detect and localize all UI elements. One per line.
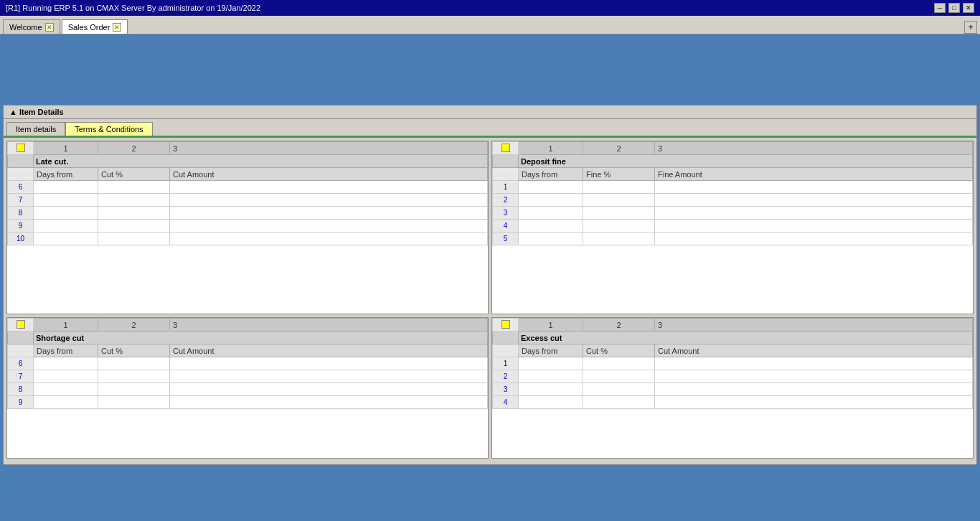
header-num <box>8 168 34 181</box>
bl-r1-c1[interactable] <box>34 357 98 370</box>
row-10-c2[interactable] <box>98 233 170 245</box>
tr-r4-c3[interactable] <box>655 220 973 233</box>
header-row-tr: Days from Fine % Fine Amount <box>493 168 973 181</box>
tr-r1-c2[interactable] <box>583 181 655 194</box>
row-9-c2[interactable] <box>98 220 170 233</box>
tr-r1-c1[interactable] <box>519 181 583 194</box>
minimize-button[interactable]: ─ <box>934 3 946 13</box>
br-r4-c3[interactable] <box>655 396 973 409</box>
grids-top-row: 1 2 3 Late cut. Days f <box>6 141 974 314</box>
title-num-bl <box>8 332 34 344</box>
br-r3-c3[interactable] <box>655 383 973 396</box>
tab-sales-order-close[interactable]: ✕ <box>113 23 121 32</box>
grid-excess-cut-scroll[interactable]: 1 2 3 Excess cut Days <box>492 318 973 458</box>
bl-r1-c3[interactable] <box>170 357 488 370</box>
tr-r1-c3[interactable] <box>655 181 973 194</box>
section-title-row-tr: Deposit fine <box>493 155 973 168</box>
row-10-c3[interactable] <box>170 233 488 245</box>
br-r1-c2[interactable] <box>583 357 655 370</box>
table-row: 4 <box>493 220 973 233</box>
tr-r3-c2[interactable] <box>583 207 655 220</box>
br-r3-c1[interactable] <box>519 383 583 396</box>
header-days-from-tr: Days from <box>519 168 583 181</box>
br-r2-c2[interactable] <box>583 370 655 383</box>
yellow-dot-bl <box>17 320 25 329</box>
tr-r5-c1[interactable] <box>519 233 583 245</box>
grids-area: 1 2 3 Late cut. Days f <box>4 138 976 464</box>
row-9-c1[interactable] <box>34 220 98 233</box>
tr-r2-c3[interactable] <box>655 194 973 207</box>
bl-r2-c1[interactable] <box>34 370 98 383</box>
section-title-row-bl: Shortage cut <box>8 332 488 344</box>
tr-r2-c1[interactable] <box>519 194 583 207</box>
br-r3-c2[interactable] <box>583 383 655 396</box>
bl-r1-c2[interactable] <box>98 357 170 370</box>
row-8-c2[interactable] <box>98 207 170 220</box>
table-shortage-cut: 1 2 3 Shortage cut Day <box>7 318 488 409</box>
bl-r2-c2[interactable] <box>98 370 170 383</box>
header-days-from-br: Days from <box>519 344 583 357</box>
bl-r4-c2[interactable] <box>98 396 170 409</box>
row-10-c1[interactable] <box>34 233 98 245</box>
bl-r4-c3[interactable] <box>170 396 488 409</box>
tr-r4-c2[interactable] <box>583 220 655 233</box>
row-7-c1[interactable] <box>34 194 98 207</box>
row-7-c2[interactable] <box>98 194 170 207</box>
bl-r3-c2[interactable] <box>98 383 170 396</box>
bl-r3-c1[interactable] <box>34 383 98 396</box>
br-r1-c3[interactable] <box>655 357 973 370</box>
tr-r4-c1[interactable] <box>519 220 583 233</box>
row-num-1-tr: 1 <box>493 181 519 194</box>
tr-r3-c3[interactable] <box>655 207 973 220</box>
row-num-10: 10 <box>8 233 34 245</box>
tab-add-button[interactable]: + <box>964 21 977 34</box>
row-6-c3[interactable] <box>170 181 488 194</box>
tab-welcome-close[interactable]: ✕ <box>45 23 54 32</box>
tab-bar: Welcome ✕ Sales Order ✕ + <box>0 16 980 34</box>
tab-sales-order[interactable]: Sales Order ✕ <box>62 19 128 34</box>
row-9-c3[interactable] <box>170 220 488 233</box>
br-r1-c1[interactable] <box>519 357 583 370</box>
tr-r3-c1[interactable] <box>519 207 583 220</box>
tab-welcome[interactable]: Welcome ✕ <box>3 19 60 34</box>
header-num-bl <box>8 344 34 357</box>
header-cut-amount-br: Cut Amount <box>655 344 973 357</box>
table-row: 2 <box>493 194 973 207</box>
table-row: 5 <box>493 233 973 245</box>
table-row: 4 <box>493 396 973 409</box>
br-r1-num: 1 <box>493 357 519 370</box>
grid-late-cut-scroll[interactable]: 1 2 3 Late cut. Days f <box>7 141 488 314</box>
close-button[interactable]: ✕ <box>963 3 974 13</box>
tr-r5-c2[interactable] <box>583 233 655 245</box>
br-r2-c1[interactable] <box>519 370 583 383</box>
grid-shortage-cut-scroll[interactable]: 1 2 3 Shortage cut Day <box>7 318 488 458</box>
tr-r2-c2[interactable] <box>583 194 655 207</box>
row-8-c1[interactable] <box>34 207 98 220</box>
tab-sales-order-label: Sales Order <box>68 23 110 32</box>
br-r4-c1[interactable] <box>519 396 583 409</box>
table-row: 6 <box>8 181 488 194</box>
table-row: 2 <box>493 370 973 383</box>
row-7-c3[interactable] <box>170 194 488 207</box>
table-row: 7 <box>8 370 488 383</box>
col-header-2-bl: 2 <box>98 319 170 332</box>
row-6-c2[interactable] <box>98 181 170 194</box>
br-r4-c2[interactable] <box>583 396 655 409</box>
bl-r2-c3[interactable] <box>170 370 488 383</box>
grid-deposit-fine-scroll[interactable]: 1 2 3 Deposit fine Day <box>492 141 973 314</box>
br-r2-c3[interactable] <box>655 370 973 383</box>
bl-r4-c1[interactable] <box>34 396 98 409</box>
yellow-dot <box>17 144 25 152</box>
yellow-dot-tr <box>501 144 510 152</box>
col-header-3-tr: 3 <box>655 142 973 155</box>
row-num-9: 9 <box>8 220 34 233</box>
tr-r5-c3[interactable] <box>655 233 973 245</box>
bl-r3-c3[interactable] <box>170 383 488 396</box>
maximize-button[interactable]: □ <box>948 3 960 13</box>
col-num-row: 1 2 3 <box>8 142 488 155</box>
bl-r4-num: 9 <box>8 396 34 409</box>
row-6-c1[interactable] <box>34 181 98 194</box>
tab-terms-conditions[interactable]: Terms & Conditions <box>65 122 152 136</box>
tab-item-details[interactable]: Item details <box>6 122 65 136</box>
row-8-c3[interactable] <box>170 207 488 220</box>
